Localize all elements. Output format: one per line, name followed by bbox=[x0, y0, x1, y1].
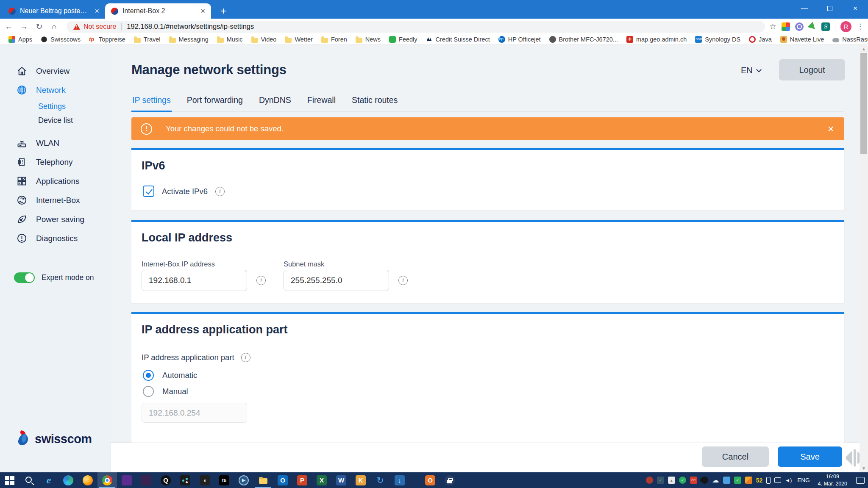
not-secure-label[interactable]: Not secure bbox=[83, 23, 116, 30]
ip-address-input[interactable] bbox=[142, 270, 247, 291]
tray-icon[interactable] bbox=[712, 477, 719, 484]
tray-icon[interactable] bbox=[646, 477, 653, 484]
bookmark-item[interactable]: Travel bbox=[134, 36, 161, 43]
taskbar-clock[interactable]: 16:09 4. Mar. 2020 bbox=[818, 473, 848, 488]
redirect-extension-icon[interactable] bbox=[807, 21, 818, 31]
close-button[interactable]: × bbox=[843, 0, 868, 17]
taskbar-item[interactable]: e bbox=[39, 472, 58, 488]
tab-close-icon[interactable]: × bbox=[95, 7, 99, 15]
expert-mode-toggle[interactable] bbox=[14, 272, 35, 283]
taskbar-item[interactable]: K bbox=[351, 472, 370, 488]
logout-button[interactable]: Logout bbox=[779, 59, 845, 80]
taskbar-item[interactable] bbox=[117, 472, 136, 488]
bookmark-item[interactable]: Foren bbox=[321, 36, 347, 43]
sidebar-item[interactable]: Diagnostics bbox=[0, 229, 111, 248]
bookmark-star-icon[interactable]: ☆ bbox=[769, 22, 776, 31]
browser-tab[interactable]: Neuer Beitrag posten | Swisscom × bbox=[3, 3, 105, 19]
google-extension-icon[interactable] bbox=[782, 22, 790, 31]
taskbar-item[interactable] bbox=[0, 472, 19, 488]
bookmark-item[interactable]: Music bbox=[217, 36, 243, 43]
bookmark-item[interactable]: Video bbox=[251, 36, 277, 43]
url-omnibox[interactable]: Not secure 192.168.0.1/#network/settings… bbox=[67, 21, 765, 33]
taskbar-item[interactable]: O bbox=[273, 472, 292, 488]
bookmark-item[interactable]: map.geo.admin.ch bbox=[626, 36, 687, 43]
profile-avatar[interactable]: R bbox=[840, 21, 851, 32]
automatic-radio[interactable] bbox=[143, 370, 154, 381]
bookmark-item[interactable]: Wetter bbox=[285, 36, 312, 43]
settings-tab[interactable]: IP settings bbox=[131, 93, 172, 111]
taskbar-item[interactable]: O bbox=[420, 472, 440, 488]
reload-icon[interactable]: ↻ bbox=[33, 22, 45, 31]
tab-close-icon[interactable]: × bbox=[200, 7, 205, 15]
sidebar-item[interactable]: WLAN bbox=[0, 133, 111, 152]
bookmark-item[interactable]: Brother MFC-J6720... bbox=[549, 36, 618, 43]
page-scrollbar[interactable]: ▲ ▼ bbox=[860, 45, 868, 472]
bookmark-item[interactable]: Feedly bbox=[389, 36, 417, 43]
scrollbar-thumb[interactable] bbox=[860, 53, 867, 154]
bookmark-item[interactable]: Synology DS bbox=[695, 36, 740, 43]
tray-icon[interactable] bbox=[785, 477, 792, 484]
info-icon[interactable]: i bbox=[241, 353, 250, 362]
taskbar-item[interactable]: fb bbox=[214, 472, 234, 488]
bookmark-item[interactable]: Credit Suisse Direct bbox=[426, 36, 490, 43]
action-center-icon[interactable] bbox=[856, 477, 865, 484]
bookmark-item[interactable]: HP Officejet bbox=[498, 36, 541, 43]
settings-tab[interactable]: Firewall bbox=[306, 93, 337, 111]
taskbar-item[interactable] bbox=[253, 472, 273, 488]
taskbar-item[interactable]: ◖ bbox=[195, 472, 214, 488]
tray-icon[interactable] bbox=[690, 477, 697, 484]
taskbar-item[interactable] bbox=[58, 472, 78, 488]
tray-icon[interactable]: 52 bbox=[756, 477, 763, 484]
url-text[interactable]: 192.168.0.1/#network/settings/ip-setting… bbox=[127, 22, 254, 30]
settings-tab[interactable]: DynDNS bbox=[258, 93, 292, 111]
bookmark-item[interactable]: Toppreise bbox=[89, 36, 125, 43]
keyboard-language[interactable]: ENG bbox=[797, 477, 810, 483]
info-icon[interactable]: i bbox=[256, 276, 266, 285]
bookmark-item[interactable]: Java bbox=[749, 36, 772, 43]
taskbar-item[interactable] bbox=[78, 472, 97, 488]
scroll-down-arrow[interactable]: ▼ bbox=[860, 465, 868, 472]
taskbar-item[interactable]: ↓ bbox=[390, 472, 409, 488]
taskbar-item[interactable] bbox=[440, 472, 459, 488]
taskbar-item[interactable]: X bbox=[312, 472, 331, 488]
tray-icon[interactable] bbox=[766, 477, 771, 484]
browser-menu-icon[interactable]: ⋮ bbox=[857, 22, 864, 31]
bookmark-item[interactable]: Apps bbox=[8, 36, 32, 43]
tray-icon[interactable] bbox=[745, 477, 752, 484]
settings-tab[interactable]: Port forwarding bbox=[186, 93, 244, 111]
tray-icon[interactable] bbox=[679, 477, 686, 484]
taskbar-item[interactable] bbox=[97, 472, 117, 488]
tray-icon[interactable] bbox=[657, 477, 664, 484]
save-button[interactable]: Save bbox=[778, 446, 842, 467]
subnet-mask-input[interactable] bbox=[284, 270, 389, 291]
forward-icon[interactable]: → bbox=[18, 22, 31, 31]
back-icon[interactable]: ← bbox=[3, 22, 15, 31]
sidebar-item[interactable]: Applications bbox=[0, 172, 111, 191]
sidebar-item[interactable]: Overview bbox=[0, 61, 111, 80]
activate-ipv6-checkbox[interactable] bbox=[143, 186, 154, 197]
taskbar-item[interactable]: Q bbox=[156, 472, 175, 488]
taskbar-item[interactable]: P bbox=[292, 472, 312, 488]
settings-tab[interactable]: Static routes bbox=[351, 93, 398, 111]
home-icon[interactable]: ⌂ bbox=[48, 22, 61, 31]
bookmark-item[interactable]: Navette Live bbox=[780, 36, 824, 43]
browser-tab[interactable]: Internet-Box 2 × bbox=[105, 3, 211, 19]
sidebar-item[interactable]: Device list bbox=[0, 114, 111, 128]
taskbar-item[interactable] bbox=[19, 472, 39, 488]
tray-icon[interactable] bbox=[699, 475, 709, 485]
sidebar-item[interactable]: Network bbox=[0, 80, 111, 100]
tray-icon[interactable] bbox=[734, 477, 741, 484]
banner-close-icon[interactable]: × bbox=[828, 123, 834, 134]
sidebar-item[interactable]: Power saving bbox=[0, 210, 111, 229]
info-icon[interactable]: i bbox=[398, 276, 408, 285]
tray-icon[interactable] bbox=[723, 477, 730, 484]
sidebar-item[interactable]: Internet-Box bbox=[0, 191, 111, 210]
bookmark-item[interactable]: Swisscows bbox=[41, 36, 81, 43]
taskbar-item[interactable]: W bbox=[331, 472, 351, 488]
cancel-button[interactable]: Cancel bbox=[702, 446, 769, 467]
minimize-button[interactable]: — bbox=[792, 0, 817, 17]
s-extension-icon[interactable]: S bbox=[821, 22, 830, 31]
maximize-button[interactable] bbox=[817, 0, 843, 17]
taskbar-item[interactable] bbox=[136, 472, 156, 488]
session-extension-icon[interactable] bbox=[795, 22, 804, 31]
